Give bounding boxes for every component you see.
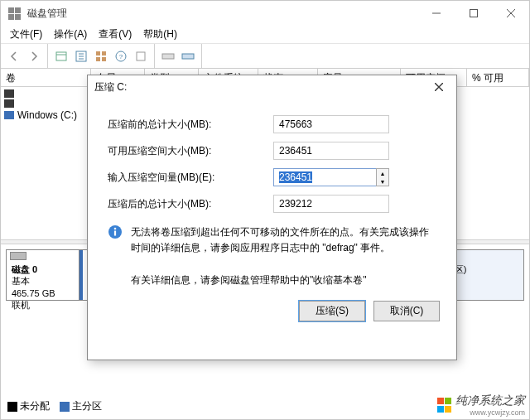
svg-rect-5	[96, 57, 100, 61]
value-size-before: 475663	[273, 115, 389, 133]
shrink-button[interactable]: 压缩(S)	[299, 301, 365, 321]
maximize-button[interactable]	[455, 1, 492, 26]
svg-rect-11	[182, 54, 194, 59]
info-message: 无法将卷压缩到超出任何不可移动的文件所在的点。有关完成该操作时间的详细信息，请参…	[108, 224, 436, 255]
shrink-amount-input[interactable]	[273, 168, 376, 186]
dialog-close-button[interactable]	[428, 78, 450, 96]
value-size-after: 239212	[273, 195, 389, 213]
info-icon	[108, 224, 123, 255]
forward-button[interactable]	[25, 47, 43, 65]
close-button[interactable]	[492, 1, 529, 26]
svg-rect-10	[162, 54, 174, 59]
menubar: 文件(F) 操作(A) 查看(V) 帮助(H)	[1, 26, 529, 44]
refresh-button[interactable]	[72, 47, 90, 65]
svg-rect-14	[114, 231, 116, 236]
toolbar-icon-1[interactable]	[52, 47, 70, 65]
toolbar-icon-6[interactable]	[159, 47, 177, 65]
spinner-up[interactable]: ▲	[377, 169, 388, 177]
disk-icon	[10, 252, 26, 260]
cancel-button[interactable]: 取消(C)	[373, 301, 440, 321]
svg-rect-4	[102, 51, 106, 56]
col-pctfree[interactable]: % 可用	[467, 69, 529, 86]
disk-info: 磁盘 0 基本 465.75 GB 联机	[7, 250, 80, 300]
label-size-after: 压缩后的总计大小(MB):	[108, 197, 273, 211]
col-volume[interactable]: 卷	[1, 69, 91, 86]
shrink-amount-spinner[interactable]: ▲ ▼	[273, 168, 389, 186]
info-text: 无法将卷压缩到超出任何不可移动的文件所在的点。有关完成该操作时间的详细信息，请参…	[131, 224, 436, 255]
menu-file[interactable]: 文件(F)	[4, 26, 48, 43]
help-link-text: 有关详细信息，请参阅磁盘管理帮助中的"收缩基本卷"	[131, 273, 436, 287]
app-icon	[7, 7, 21, 20]
dialog-titlebar: 压缩 C:	[88, 75, 456, 99]
watermark-logo-icon	[437, 398, 452, 413]
shrink-dialog: 压缩 C: 压缩前的总计大小(MB): 475663 可用压缩空间大小(MB):…	[87, 75, 457, 360]
toolbar-icon-7[interactable]	[179, 47, 197, 65]
toolbar-icon-3[interactable]	[92, 47, 110, 65]
back-button[interactable]	[5, 47, 23, 65]
titlebar: 磁盘管理	[1, 1, 529, 26]
svg-rect-3	[96, 51, 100, 56]
dialog-title: 压缩 C:	[94, 80, 428, 94]
svg-rect-1	[56, 52, 66, 60]
svg-rect-6	[102, 57, 106, 61]
window-title: 磁盘管理	[27, 7, 417, 21]
toolbar: ?	[1, 44, 529, 69]
spinner-down[interactable]: ▼	[377, 177, 388, 186]
help-button[interactable]: ?	[112, 47, 130, 65]
legend: 未分配 主分区	[7, 399, 102, 413]
svg-rect-9	[137, 52, 145, 60]
minimize-button[interactable]	[417, 1, 455, 26]
label-input-amount: 输入压缩空间量(MB)(E):	[108, 171, 273, 185]
menu-view[interactable]: 查看(V)	[93, 26, 137, 43]
menu-action[interactable]: 操作(A)	[48, 26, 93, 43]
watermark: 纯净系统之家 www.ycwjzy.com	[437, 393, 525, 417]
value-available: 236451	[273, 142, 389, 160]
svg-text:?: ?	[119, 53, 123, 60]
toolbar-icon-5[interactable]	[132, 47, 150, 65]
label-available: 可用压缩空间大小(MB):	[108, 144, 273, 158]
menu-help[interactable]: 帮助(H)	[137, 26, 183, 43]
svg-rect-0	[470, 10, 477, 17]
svg-point-13	[114, 228, 117, 230]
label-size-before: 压缩前的总计大小(MB):	[108, 118, 273, 132]
